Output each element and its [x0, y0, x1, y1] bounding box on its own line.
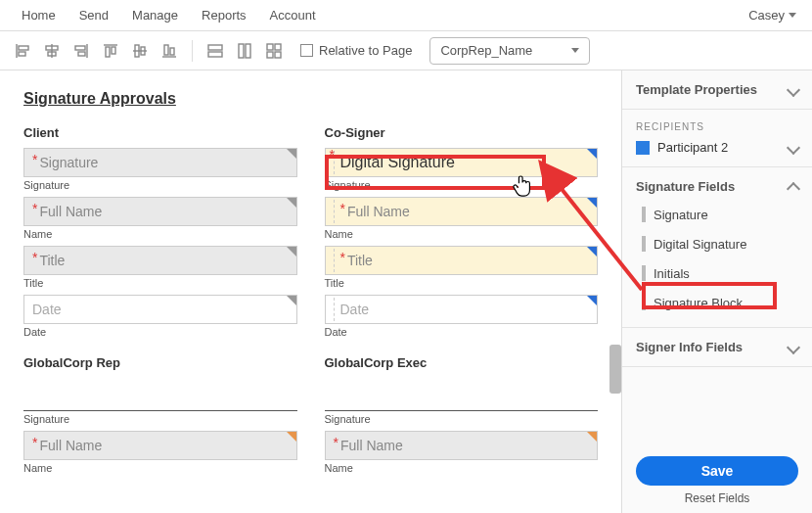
exec-label: GlobalCorp Exec — [325, 355, 599, 370]
svg-rect-18 — [208, 45, 222, 50]
document-canvas[interactable]: Signature Approvals Client *SignatureSig… — [0, 70, 621, 513]
svg-rect-11 — [112, 47, 115, 54]
svg-rect-21 — [246, 44, 250, 58]
drag-handle-icon — [642, 207, 646, 222]
chevron-down-icon — [787, 82, 800, 96]
signer-info-fields-head[interactable]: Signer Info Fields — [636, 340, 798, 354]
user-menu[interactable]: Casey — [748, 8, 802, 23]
alignment-toolbar: Relative to Page CorpRep_Name — [0, 31, 812, 70]
chevron-down-icon — [787, 340, 800, 353]
nav-account[interactable]: Account — [258, 2, 328, 28]
match-width-icon[interactable] — [203, 38, 228, 64]
save-button[interactable]: Save — [636, 456, 798, 486]
svg-rect-22 — [267, 44, 273, 50]
caret-down-icon — [789, 13, 796, 18]
exec-fullname-field[interactable]: *Full Name — [325, 431, 599, 460]
align-left-icon[interactable] — [10, 38, 35, 64]
match-height-icon[interactable] — [232, 38, 257, 64]
nav-reports[interactable]: Reports — [190, 2, 258, 28]
client-date-field[interactable]: Date — [23, 295, 297, 324]
svg-rect-24 — [267, 52, 273, 58]
relative-label: Relative to Page — [319, 43, 412, 58]
svg-rect-7 — [75, 46, 85, 50]
align-right-icon[interactable] — [68, 38, 94, 64]
reset-fields-link[interactable]: Reset Fields — [622, 491, 812, 513]
user-name: Casey — [748, 8, 785, 23]
rep-signature-line — [23, 390, 297, 411]
svg-rect-17 — [170, 48, 174, 55]
svg-rect-16 — [164, 45, 168, 55]
relative-to-page-toggle[interactable]: Relative to Page — [300, 43, 412, 58]
participant-select[interactable]: Participant 2 — [636, 140, 798, 155]
template-properties-head[interactable]: Template Properties — [636, 82, 798, 97]
drag-handle-icon — [642, 265, 646, 281]
properties-sidebar: Template Properties RECIPIENTS Participa… — [621, 70, 812, 513]
nav-send[interactable]: Send — [68, 2, 120, 28]
chevron-down-icon — [787, 140, 800, 154]
svg-rect-1 — [19, 46, 28, 50]
field-signature[interactable]: Signature — [636, 200, 798, 229]
nav-manage[interactable]: Manage — [120, 2, 190, 28]
field-name-select[interactable]: CorpRep_Name — [429, 37, 590, 65]
align-center-h-icon[interactable] — [39, 38, 65, 64]
client-signature-field[interactable]: *Signature — [23, 148, 297, 177]
rep-label: GlobalCorp Rep — [23, 355, 297, 370]
svg-rect-23 — [275, 44, 281, 50]
match-both-icon[interactable] — [261, 38, 287, 64]
client-section: Client *SignatureSignature *Full NameNam… — [23, 125, 297, 480]
page-title: Signature Approvals — [23, 90, 598, 108]
align-top-icon[interactable] — [98, 38, 123, 64]
client-title-field[interactable]: *Title — [23, 246, 297, 275]
client-label: Client — [23, 125, 297, 140]
svg-rect-25 — [275, 52, 281, 58]
cosigner-label: Co-Signer — [325, 125, 599, 140]
cosigner-date-field[interactable]: Date — [325, 295, 599, 324]
svg-rect-8 — [78, 52, 85, 56]
svg-rect-19 — [208, 52, 222, 57]
cosigner-title-field[interactable]: *Title — [325, 246, 599, 275]
nav-home[interactable]: Home — [10, 2, 68, 28]
client-fullname-field[interactable]: *Full Name — [23, 197, 297, 226]
participant-color-swatch — [636, 141, 650, 155]
recipients-label: RECIPIENTS — [636, 121, 798, 132]
drag-handle-icon — [642, 295, 646, 310]
align-middle-v-icon[interactable] — [127, 38, 153, 64]
canvas-scrollbar[interactable] — [609, 345, 621, 394]
align-bottom-icon[interactable] — [157, 38, 182, 64]
svg-rect-2 — [19, 52, 25, 56]
drag-handle-icon — [642, 236, 646, 252]
field-digital-signature[interactable]: Digital Signature — [636, 229, 798, 258]
field-signature-block[interactable]: Signature Block — [636, 288, 798, 317]
select-value: CorpRep_Name — [440, 43, 532, 58]
cosigner-signature-field[interactable]: *Digital Signature — [325, 148, 599, 177]
signature-fields-head[interactable]: Signature Fields — [636, 179, 798, 194]
exec-signature-line — [325, 390, 599, 411]
chevron-down-icon — [571, 48, 579, 53]
rep-fullname-field[interactable]: *Full Name — [23, 431, 297, 460]
top-nav: Home Send Manage Reports Account Casey — [0, 0, 812, 31]
svg-rect-10 — [106, 47, 110, 57]
toolbar-divider — [192, 40, 193, 62]
cosigner-fullname-field[interactable]: *Full Name — [325, 197, 599, 226]
svg-rect-20 — [239, 44, 244, 58]
cosigner-section: Co-Signer *Digital SignatureSignature *F… — [325, 125, 599, 480]
checkbox-empty-icon — [300, 44, 313, 57]
signature-fields-list: Signature Digital Signature Initials Sig… — [636, 194, 798, 323]
field-initials[interactable]: Initials — [636, 258, 798, 288]
